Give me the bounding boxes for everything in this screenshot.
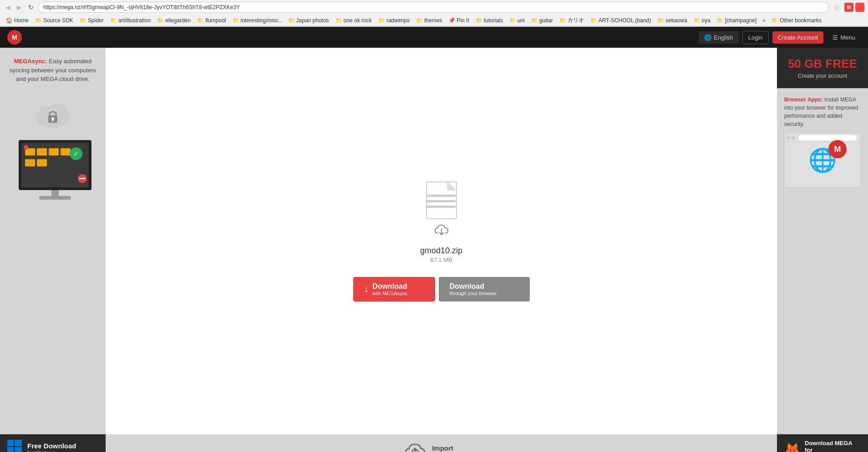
cloud-lock-illustration <box>32 97 73 131</box>
create-account-button[interactable]: Create Account <box>772 31 824 44</box>
globe-icon: 🌐 <box>704 34 711 41</box>
bookmark-pin-it[interactable]: 📌 Pin It <box>446 16 471 25</box>
bookmark-one-ok-rock[interactable]: 📁 one ok rock <box>333 16 374 25</box>
page-layout: MEGAsync: Easy automated syncing between… <box>0 48 868 434</box>
svg-rect-10 <box>49 148 59 156</box>
svg-rect-23 <box>426 200 456 202</box>
monitor-illustration: ✓ <box>14 136 91 199</box>
left-sidebar: MEGAsync: Easy automated syncing between… <box>0 48 106 434</box>
svg-rect-28 <box>7 447 14 452</box>
zip-file-icon <box>426 181 457 220</box>
login-button[interactable]: Login <box>742 31 769 44</box>
bookmarks-more[interactable]: » <box>761 16 767 25</box>
windows-logo-icon <box>7 440 22 452</box>
svg-rect-29 <box>15 447 22 452</box>
ext-icon-1[interactable]: M <box>844 3 853 12</box>
nav-right: 🌐 English Login Create Account ☰ Menu <box>699 31 861 44</box>
svg-point-18 <box>24 145 28 150</box>
mega-logo[interactable]: M <box>7 30 22 45</box>
bookmark-radwimps[interactable]: 📁 radwimps <box>376 16 412 25</box>
ext-icon-2[interactable]: 🔴 <box>855 3 864 12</box>
menu-button[interactable]: ☰ Menu <box>827 31 861 44</box>
bookmark-art-school[interactable]: 📁 ART-SCHOOL (band) <box>588 16 653 25</box>
svg-text:✓: ✓ <box>73 150 79 157</box>
footer-left: Free Download for Windows <box>0 434 106 452</box>
bookmark-themes[interactable]: 📁 themes <box>414 16 444 25</box>
svg-rect-26 <box>7 440 14 446</box>
svg-rect-12 <box>25 159 35 166</box>
svg-rect-24 <box>426 206 456 208</box>
file-info-box: gmod10.zip 67.1 MB <box>420 181 462 263</box>
bookmark-guitar[interactable]: 📁 guitar <box>529 16 555 25</box>
svg-rect-9 <box>37 148 47 156</box>
bookmark-art[interactable]: 📁 art/illustration <box>108 16 153 25</box>
firefox-icon: 🦊 <box>784 442 800 452</box>
back-button[interactable]: ◀ <box>4 3 12 12</box>
svg-rect-17 <box>79 178 86 179</box>
bookmark-other[interactable]: 📁 Other bookmarks <box>769 16 824 25</box>
promo-50gb-banner[interactable]: 50 GB FREE Create your account <box>777 48 868 88</box>
svg-rect-5 <box>52 119 54 121</box>
bookmark-interesting[interactable]: 📁 interesting/misc.. <box>230 16 284 25</box>
download-arrow-icon: ↓ <box>364 284 369 294</box>
download-cloud-icon[interactable] <box>434 223 449 239</box>
bookmark-star[interactable]: ☆ <box>832 3 842 12</box>
footer-center: Import to your Cloud Drive <box>106 434 777 452</box>
bookmark-uni[interactable]: 📁 uni <box>507 16 527 25</box>
main-content: gmod10.zip 67.1 MB ↓ Download with MEGAs… <box>106 48 777 434</box>
free-download-banner[interactable]: Free Download for Windows <box>7 440 98 452</box>
import-section[interactable]: Import to your Cloud Drive <box>404 440 479 452</box>
mega-app-bar: M 🌐 English Login Create Account ☰ Menu <box>0 27 868 48</box>
file-icon-container <box>426 181 457 239</box>
download-buttons: ↓ Download with MEGAsync Download throug… <box>353 277 530 301</box>
bookmark-flumpool[interactable]: 📁 flumpool <box>195 16 228 25</box>
bookmark-oya[interactable]: 📁 oya <box>691 16 713 25</box>
mega-logo-circle: M <box>7 30 22 45</box>
menu-icon: ☰ <box>832 34 838 41</box>
bookmark-sekaowa[interactable]: 📁 sekaowa <box>655 16 689 25</box>
svg-rect-22 <box>426 195 456 197</box>
page-footer: Free Download for Windows Import to your… <box>0 434 868 452</box>
browser-extension-preview: M 🌐 <box>784 133 861 187</box>
reload-button[interactable]: ↻ <box>26 3 36 12</box>
bookmark-ellegarden[interactable]: 📁 ellegarden <box>155 16 193 25</box>
download-browser-button[interactable]: Download through your browser <box>439 277 530 301</box>
firefox-download-banner[interactable]: 🦊 Download MEGA for Firefox <box>784 440 861 452</box>
forward-button[interactable]: ▶ <box>15 3 24 12</box>
svg-rect-27 <box>15 440 22 446</box>
extension-icons: M 🔴 <box>844 3 864 12</box>
right-sidebar: 50 GB FREE Create your account Browser A… <box>777 48 868 434</box>
svg-rect-11 <box>61 148 71 156</box>
import-cloud-icon <box>404 440 426 452</box>
footer-right: 🦊 Download MEGA for Firefox <box>777 434 868 452</box>
file-name: gmod10.zip <box>420 246 462 256</box>
bookmark-home[interactable]: 🏠 Home <box>4 16 31 25</box>
bookmark-spider[interactable]: 📁 Spider <box>77 16 106 25</box>
bookmarks-bar: 🏠 Home 📁 Source SDK 📁 Spider 📁 art/illus… <box>0 15 868 26</box>
svg-rect-13 <box>37 159 47 166</box>
language-button[interactable]: 🌐 English <box>699 31 739 44</box>
bookmark-tutorials[interactable]: 📁 tutorials <box>473 16 505 25</box>
mega-m-badge: M <box>828 140 847 158</box>
bookmark-champagne[interactable]: 📁 [champagne] <box>715 16 759 25</box>
svg-rect-19 <box>51 190 59 197</box>
svg-rect-20 <box>39 196 71 200</box>
download-megasync-button[interactable]: ↓ Download with MEGAsync <box>353 277 435 301</box>
url-bar[interactable] <box>38 2 829 13</box>
bookmark-source-sdk[interactable]: 📁 Source SDK <box>33 16 76 25</box>
browser-apps-promo: Browser Apps: Install MEGA into your bro… <box>777 88 868 199</box>
browser-top-bar: ◀ ▶ ↻ ☆ M 🔴 <box>0 0 868 15</box>
browser-chrome: ◀ ▶ ↻ ☆ M 🔴 🏠 Home 📁 Source SDK 📁 Spider… <box>0 0 868 27</box>
file-size: 67.1 MB <box>430 256 452 263</box>
bookmark-japan-photos[interactable]: 📁 Japan photos <box>286 16 331 25</box>
megasync-description: MEGAsync: Easy automated syncing between… <box>7 57 98 84</box>
bookmark-kario[interactable]: 📁 カリオ <box>557 15 586 25</box>
